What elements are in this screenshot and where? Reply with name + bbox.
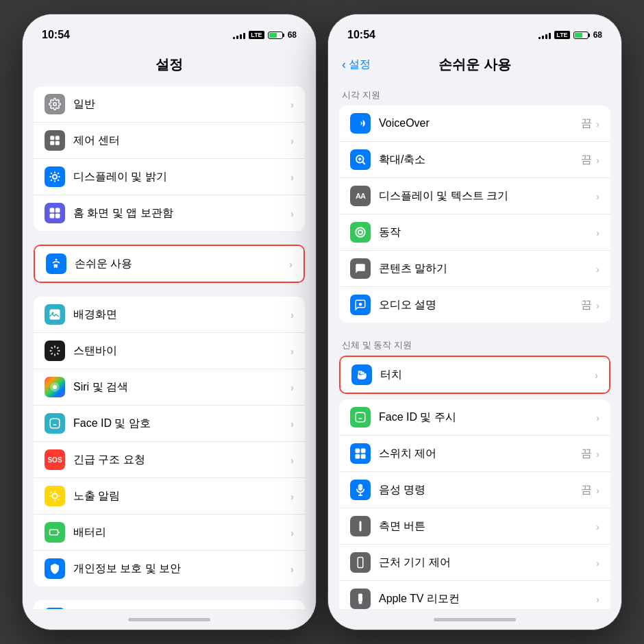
left-nav-bar: 설정 xyxy=(23,50,316,81)
right-item-motion[interactable]: 동작 › xyxy=(339,214,610,251)
sidebar-item-control[interactable]: 제어 센터 › xyxy=(34,123,305,159)
right-signal-icon xyxy=(538,32,551,39)
touch-highlight-wrapper: 터치 › xyxy=(339,356,610,394)
svg-point-5 xyxy=(53,175,57,179)
right-nav-bar: ‹ 설정 손쉬운 사용 xyxy=(328,50,621,81)
svg-rect-46 xyxy=(360,521,362,532)
left-time: 10:54 xyxy=(42,29,70,41)
right-item-voiceover[interactable]: VoiceOver 끔 › xyxy=(339,106,610,142)
sidebar-item-faceid[interactable]: Face ID 및 암호 › xyxy=(34,406,305,442)
right-item-side[interactable]: 측면 버튼 › xyxy=(339,508,610,545)
sidebar-item-homescreen[interactable]: 홈 화면 및 앱 보관함 › xyxy=(34,195,305,231)
right-item-switch[interactable]: 스위치 제어 끔 › xyxy=(339,436,610,472)
spoken-icon xyxy=(350,258,371,279)
svg-point-39 xyxy=(358,230,362,234)
standby-icon xyxy=(45,340,65,361)
svg-point-51 xyxy=(360,599,361,601)
sidebar-item-accessibility[interactable]: 손쉬운 사용 › xyxy=(35,246,304,282)
sidebar-item-display[interactable]: 디스플레이 및 밝기 › xyxy=(34,159,305,195)
svg-rect-14 xyxy=(50,208,55,213)
right-item-spoken[interactable]: 콘텐츠 말하기 › xyxy=(339,251,610,287)
sidebar-item-battery[interactable]: 배터리 › xyxy=(34,515,305,551)
left-group-1: 일반 › 제어 센터 › xyxy=(34,86,305,231)
svg-line-26 xyxy=(51,492,51,493)
right-item-audio-desc[interactable]: 오디오 설명 끔 › xyxy=(339,287,610,323)
back-button[interactable]: ‹ 설정 xyxy=(342,58,371,72)
voice-chevron: › xyxy=(596,484,599,496)
voice-icon xyxy=(350,480,371,500)
exposure-icon xyxy=(45,486,65,506)
sos-icon: SOS xyxy=(45,449,65,470)
right-item-appletv[interactable]: Apple TV 리모컨 › xyxy=(339,581,610,609)
sidebar-item-general[interactable]: 일반 › xyxy=(34,86,305,123)
voiceover-value: 끔 xyxy=(581,116,592,131)
display-chevron: › xyxy=(290,171,294,183)
sidebar-item-siri[interactable]: Siri 및 검색 › xyxy=(34,369,305,406)
right-item-zoom[interactable]: 확대/축소 끔 › xyxy=(339,142,610,178)
left-battery-pct: 68 xyxy=(288,30,297,40)
appletv-chevron: › xyxy=(596,593,599,605)
sidebar-item-appstore[interactable]: App Store › xyxy=(34,600,305,609)
siri-icon xyxy=(45,377,65,397)
privacy-label: 개인정보 보호 및 보안 xyxy=(73,562,290,576)
sidebar-item-wallpaper[interactable]: 배경화면 › xyxy=(34,297,305,333)
left-status-bar: 10:54 LTE 68 xyxy=(23,14,316,50)
left-section-4: App Store › 지갑 및 Apple Pay › xyxy=(23,600,316,609)
zoom-label: 확대/축소 xyxy=(379,153,581,167)
svg-rect-2 xyxy=(55,136,60,140)
left-group-3: 배경화면 › 스탠바이 › xyxy=(34,297,305,586)
accessibility-label: 손쉬운 사용 xyxy=(75,257,289,271)
svg-rect-4 xyxy=(55,141,60,145)
face-id-label: Face ID 및 주시 xyxy=(379,410,596,425)
right-item-nearby[interactable]: 근처 기기 제어 › xyxy=(339,545,610,581)
sidebar-item-standby[interactable]: 스탠바이 › xyxy=(34,333,305,369)
svg-rect-42 xyxy=(356,449,360,454)
side-chevron: › xyxy=(596,521,599,532)
right-content: 시각 지원 VoiceOver 끔 › xyxy=(328,81,621,609)
appstore-icon xyxy=(45,608,65,609)
homescreen-chevron: › xyxy=(290,208,294,219)
switch-chevron: › xyxy=(596,448,599,460)
right-item-display-text[interactable]: AA 디스플레이 및 텍스트 크기 › xyxy=(339,178,610,214)
right-page-title: 손쉬운 사용 xyxy=(438,55,511,74)
back-chevron-icon: ‹ xyxy=(342,58,346,72)
svg-line-35 xyxy=(362,162,364,164)
homescreen-icon xyxy=(45,203,65,223)
motion-icon xyxy=(350,222,371,243)
right-item-touch[interactable]: 터치 › xyxy=(340,357,609,393)
general-label: 일반 xyxy=(73,97,290,112)
right-physical-group: Face ID 및 주시 › 스위치 제어 끔 › xyxy=(339,399,610,609)
left-group-4: App Store › 지갑 및 Apple Pay › xyxy=(34,600,305,609)
battery-chevron: › xyxy=(290,527,294,538)
sidebar-item-sos[interactable]: SOS 긴급 구조 요청 › xyxy=(34,442,305,478)
right-status-bar: 10:54 LTE 68 xyxy=(328,14,621,50)
siri-chevron: › xyxy=(290,382,294,393)
svg-line-13 xyxy=(58,173,59,174)
sidebar-item-exposure[interactable]: 노출 알림 › xyxy=(34,478,305,515)
left-section-3: 배경화면 › 스탠바이 › xyxy=(23,297,316,586)
right-phone: 10:54 LTE 68 xyxy=(327,14,622,630)
svg-rect-41 xyxy=(356,412,365,422)
homescreen-label: 홈 화면 및 앱 보관함 xyxy=(73,206,290,221)
right-item-voice[interactable]: 음성 명령 끔 › xyxy=(339,472,610,508)
sos-label: 긴급 구조 요청 xyxy=(73,453,290,467)
svg-point-40 xyxy=(359,303,362,306)
svg-rect-16 xyxy=(50,214,55,219)
display-text-label: 디스플레이 및 텍스트 크기 xyxy=(379,189,596,203)
display-icon xyxy=(45,166,65,187)
touch-chevron: › xyxy=(595,369,598,381)
voiceover-icon xyxy=(350,113,371,134)
sos-chevron: › xyxy=(290,454,294,466)
audio-desc-icon xyxy=(350,295,371,315)
right-visual-group: VoiceOver 끔 › 확대/축소 끔 › xyxy=(339,106,610,323)
control-label: 제어 센터 xyxy=(73,134,290,148)
right-section-physical: 신체 및 동작 지원 터치 › xyxy=(328,336,621,609)
wallpaper-chevron: › xyxy=(290,309,294,321)
sidebar-item-privacy[interactable]: 개인정보 보호 및 보안 › xyxy=(34,551,305,586)
accessibility-highlight-wrapper: 손쉬운 사용 › xyxy=(34,245,305,283)
spoken-label: 콘텐츠 말하기 xyxy=(379,262,596,276)
standby-label: 스탠바이 xyxy=(73,344,290,358)
nearby-label: 근처 기기 제어 xyxy=(379,556,596,570)
right-home-indicator xyxy=(328,609,621,630)
right-item-face-id[interactable]: Face ID 및 주시 › xyxy=(339,399,610,436)
